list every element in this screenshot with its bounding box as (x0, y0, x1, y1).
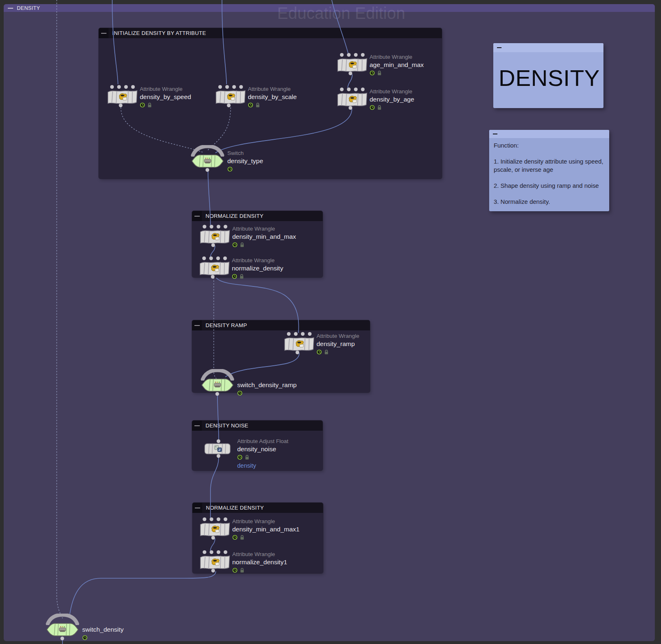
node-name-label: age_min_and_max (370, 61, 424, 69)
switch-icon[interactable] (46, 621, 79, 638)
wire-switch_density_ramp-to-density_noise[interactable] (217, 395, 219, 440)
output-connector[interactable] (211, 536, 215, 540)
node-type-label: Attribute Wrangle (232, 518, 300, 525)
attribute-wrangle-icon[interactable] (199, 554, 231, 571)
function-heading: Function: (494, 141, 606, 150)
wire-age_min_and_max-to-density_by_age[interactable] (348, 74, 352, 88)
function-item: 3. Normalize density. (494, 198, 606, 206)
output-connector[interactable] (211, 569, 215, 572)
attribute-wrangle-icon[interactable] (337, 56, 368, 74)
lock-badge-icon (324, 349, 329, 355)
sticky-note-density[interactable]: DENSITY (493, 43, 603, 108)
switch-icon[interactable] (201, 377, 234, 393)
output-connector[interactable] (349, 106, 352, 110)
attribute-wrangle-icon[interactable] (284, 335, 315, 353)
lock-badge-icon (240, 568, 245, 573)
wire-density_noise-to-density_min_and_max1[interactable] (210, 457, 219, 518)
lock-badge-icon (255, 102, 260, 108)
lock-badge-icon (377, 105, 382, 110)
output-connector[interactable] (211, 243, 215, 247)
sticky-note-text: DENSITY (499, 66, 600, 90)
input-connector[interactable] (217, 439, 220, 443)
sticky-note-text: Function: 1. Initialize density attribut… (494, 141, 606, 206)
wire-top-to-density_by_speed[interactable] (112, 0, 118, 84)
node-type-label: Attribute Adjust Float (237, 438, 289, 445)
node-badges (82, 635, 124, 640)
output-connector[interactable] (349, 72, 352, 75)
node-badges (248, 102, 297, 108)
wire-density_by_scale-to-density_type[interactable] (208, 108, 231, 150)
output-connector[interactable] (215, 392, 219, 396)
output-connector[interactable] (119, 104, 122, 107)
clock-badge-icon (140, 102, 145, 108)
sticky-note-function[interactable]: Function: 1. Initialize density attribut… (489, 130, 609, 211)
node-badges (237, 390, 297, 396)
attribute-adjust-float-icon[interactable] (204, 443, 231, 455)
output-connector[interactable] (211, 275, 215, 279)
function-item: 2. Shape density using ramp and noise (494, 182, 606, 190)
node-name-label: density_min_and_max (232, 233, 296, 240)
wire-top-to-age_min_and_max[interactable] (332, 0, 348, 53)
node-type-label: Attribute Wrangle (370, 54, 424, 60)
wire-density_ramp-to-switch_density_ramp[interactable] (225, 353, 299, 377)
node-name-label: density_ramp (317, 340, 359, 348)
output-connector[interactable] (60, 637, 64, 640)
node-name-label: density_type (227, 157, 263, 165)
node-badges (370, 70, 424, 76)
wire-density_type-to-density_min_and_max[interactable] (208, 170, 210, 225)
function-item: 1. Initialize density attribute using sp… (494, 157, 606, 174)
lock-badge-icon (240, 535, 245, 540)
node-name-label: normalize_density (232, 264, 283, 272)
wire-normalize_density-to-density_ramp[interactable] (216, 278, 299, 333)
output-connector[interactable] (206, 168, 209, 172)
lock-badge-icon (245, 455, 250, 460)
clock-badge-icon (237, 390, 243, 396)
node-comment-label[interactable]: density (237, 462, 289, 469)
node-badges (227, 166, 263, 172)
wire-density_by_age-to-density_type[interactable] (215, 109, 352, 153)
node-name-label: normalize_density1 (232, 558, 287, 566)
node-name-label: switch_density_ramp (237, 381, 297, 389)
wire-density_min_and_max1-to-normalize_density1[interactable] (210, 538, 215, 551)
node-type-label: Attribute Wrangle (248, 86, 297, 92)
attribute-wrangle-icon[interactable] (199, 260, 230, 277)
node-type-label: Switch (227, 150, 263, 157)
node-badges (232, 534, 300, 540)
attribute-wrangle-icon[interactable] (199, 228, 231, 245)
node-badges (232, 567, 287, 573)
node-name-label: density_by_scale (248, 93, 297, 101)
wire-top-to-density_by_scale[interactable] (222, 0, 226, 84)
clock-badge-icon (370, 105, 375, 110)
output-connector[interactable] (296, 351, 299, 354)
collapse-icon[interactable] (493, 134, 497, 135)
wire-normalize_density-to-switch_density_ramp[interactable] (214, 278, 216, 379)
switch-icon[interactable] (191, 153, 224, 169)
node-type-label: Attribute Wrangle (232, 551, 287, 558)
wire-top-to-switch_density[interactable] (57, 0, 62, 618)
clock-badge-icon (232, 274, 237, 279)
node-type-label: Attribute Wrangle (232, 226, 296, 232)
node-badges (370, 104, 414, 110)
node-name-label: density_by_age (370, 95, 414, 103)
wire-density_min_and_max-to-normalize_density[interactable] (210, 246, 215, 257)
clock-badge-icon (232, 568, 238, 573)
clock-badge-icon (232, 242, 238, 247)
output-connector[interactable] (227, 104, 231, 107)
attribute-wrangle-icon[interactable] (215, 88, 246, 106)
node-badges (140, 102, 191, 108)
attribute-wrangle-icon[interactable] (199, 521, 231, 538)
sticky-note-header[interactable] (489, 130, 609, 138)
clock-badge-icon (227, 166, 233, 172)
node-type-label: Attribute Wrangle (232, 257, 283, 264)
clock-badge-icon (82, 635, 88, 640)
sticky-note-header[interactable] (493, 43, 603, 52)
wire-normalize_density1-to-switch_density[interactable] (69, 571, 216, 616)
node-type-label: Attribute Wrangle (370, 88, 414, 95)
attribute-wrangle-icon[interactable] (337, 91, 368, 108)
attribute-wrangle-icon[interactable] (107, 88, 138, 106)
node-badges (232, 273, 283, 279)
collapse-icon[interactable] (497, 47, 502, 48)
node-type-label: Attribute Wrangle (140, 86, 191, 92)
network-editor: DENSITY Education Edition INITIALIZE DEN… (0, 0, 661, 644)
output-connector[interactable] (217, 454, 220, 458)
